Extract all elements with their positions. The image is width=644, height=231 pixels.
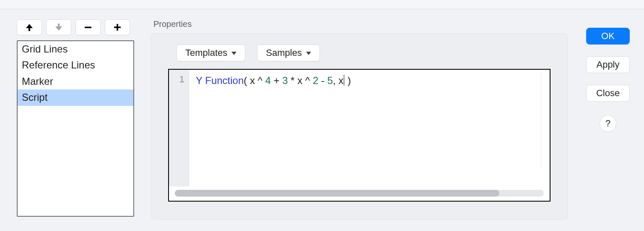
line-gutter: 1 [169,70,189,186]
plus-icon [113,23,122,32]
list-item[interactable]: Script [18,89,133,105]
close-button[interactable]: Close [586,85,630,102]
code-token-number: 2 [313,75,318,86]
properties-panel: Templates Samples 1 Y Function( x ^ 4 + … [151,33,568,220]
line-number: 1 [179,74,184,84]
remove-button[interactable] [75,19,101,35]
right-column: OK Apply Close ? [584,19,631,132]
help-button[interactable]: ? [600,115,616,132]
script-editor[interactable]: 1 Y Function( x ^ 4 + 3 * x ^ 2 - 5, x ) [168,69,551,202]
templates-label: Templates [185,47,227,58]
samples-label: Samples [266,47,302,58]
editor-body: 1 Y Function( x ^ 4 + 3 * x ^ 2 - 5, x ) [169,70,550,186]
left-column: Grid Lines Reference Lines Marker Script [17,19,134,217]
list-item[interactable]: Marker [18,74,133,89]
dropdown-row: Templates Samples [177,45,551,61]
code-token: * x ^ [288,75,313,86]
customization-listbox[interactable]: Grid Lines Reference Lines Marker Script [17,40,134,217]
main-layout: Grid Lines Reference Lines Marker Script… [0,9,644,228]
code-token-number: 5 [327,75,333,86]
minus-icon [84,23,92,32]
list-item[interactable]: Reference Lines [18,57,133,73]
horizontal-scrollbar[interactable] [175,190,544,197]
code-token: - [318,75,327,86]
move-down-button[interactable] [46,19,71,35]
code-token: + [271,75,282,86]
center-column: Properties Templates Samples 1 Y Functio… [151,19,568,220]
code-token-number: 3 [282,75,288,86]
editor-inner-border [541,72,541,168]
arrow-down-icon [55,23,63,32]
panel-title: Properties [153,19,568,29]
ok-button[interactable]: OK [586,28,630,45]
svg-rect-0 [85,27,91,29]
arrow-up-icon [25,23,34,32]
templates-dropdown[interactable]: Templates [177,45,245,61]
move-up-button[interactable] [17,19,42,35]
add-button[interactable] [105,19,130,35]
code-token: , x [333,75,343,86]
svg-rect-2 [114,26,121,28]
samples-dropdown[interactable]: Samples [257,45,320,61]
chevron-down-icon [231,52,236,55]
code-token-number: 4 [265,75,271,86]
apply-button[interactable]: Apply [586,56,630,73]
code-area[interactable]: Y Function( x ^ 4 + 3 * x ^ 2 - 5, x ) [189,70,550,186]
code-token-function: Y Function [196,75,244,86]
code-token: ( x ^ [244,75,265,86]
code-token: ) [345,75,351,86]
chevron-down-icon [306,52,311,55]
list-toolbar [17,19,134,35]
list-item[interactable]: Grid Lines [18,41,133,57]
window-top-divider [0,0,644,9]
scroll-thumb[interactable] [175,190,499,197]
